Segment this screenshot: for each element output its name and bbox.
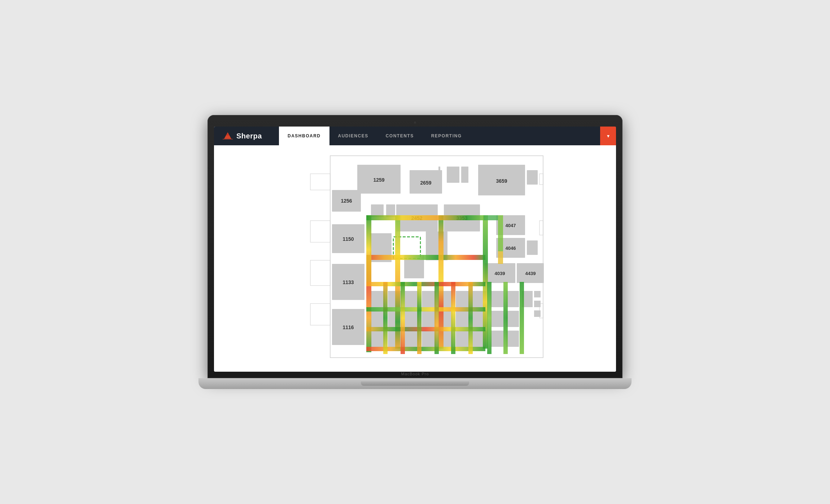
laptop-body: [198, 378, 632, 389]
svg-marker-1: [226, 133, 230, 136]
svg-rect-61: [456, 311, 469, 327]
svg-rect-63: [371, 331, 385, 347]
svg-rect-94: [468, 282, 473, 354]
svg-rect-99: [366, 255, 371, 282]
svg-rect-6: [310, 260, 330, 286]
svg-rect-4: [310, 174, 330, 190]
laptop-screen-frame: Sherpa DASHBOARD AUDIENCES CONTENTS REPO…: [208, 115, 622, 378]
svg-rect-7: [310, 304, 330, 325]
nav-tabs: DASHBOARD AUDIENCES CONTENTS REPORTING: [279, 127, 471, 145]
svg-rect-100: [484, 215, 498, 220]
svg-text:1256: 1256: [341, 198, 352, 204]
svg-rect-34: [371, 204, 384, 217]
svg-text:4039: 4039: [495, 271, 505, 276]
svg-rect-56: [371, 311, 385, 327]
svg-rect-80: [366, 255, 485, 260]
svg-text:4047: 4047: [506, 223, 516, 228]
svg-rect-93: [451, 282, 455, 354]
chevron-down-icon: ▾: [607, 133, 610, 139]
svg-rect-71: [506, 291, 519, 307]
tab-reporting[interactable]: REPORTING: [423, 127, 471, 145]
camera-dot: [414, 121, 416, 124]
svg-text:1133: 1133: [342, 279, 354, 285]
svg-rect-18: [461, 167, 468, 183]
svg-rect-58: [405, 311, 419, 327]
svg-text:1150: 1150: [342, 236, 354, 242]
nav-dropdown-button[interactable]: ▾: [600, 127, 616, 145]
svg-rect-17: [447, 167, 459, 183]
svg-rect-65: [405, 331, 419, 347]
svg-rect-89: [383, 282, 388, 354]
svg-rect-91: [417, 282, 421, 354]
svg-text:2659: 2659: [420, 180, 431, 186]
svg-rect-70: [491, 291, 503, 307]
floor-plan: 1259 2659 3659 12: [274, 149, 556, 368]
svg-rect-96: [503, 282, 508, 354]
svg-text:4046: 4046: [506, 246, 516, 251]
svg-rect-5: [310, 221, 330, 242]
svg-rect-74: [506, 311, 519, 327]
laptop-wrapper: Sherpa DASHBOARD AUDIENCES CONTENTS REPO…: [198, 115, 632, 389]
svg-rect-2: [223, 139, 233, 140]
nav-right: ▾: [600, 127, 616, 145]
svg-text:1259: 1259: [373, 177, 384, 183]
svg-rect-8: [540, 174, 543, 185]
tab-dashboard[interactable]: DASHBOARD: [279, 127, 329, 145]
map-container: 1259 2659 3659 12: [214, 145, 616, 372]
app-name: Sherpa: [236, 132, 262, 140]
svg-rect-78: [534, 301, 541, 307]
svg-rect-79: [534, 310, 541, 317]
svg-rect-49: [371, 291, 385, 307]
svg-rect-98: [366, 215, 485, 220]
floorplan-svg: 1259 2659 3659 12: [274, 149, 556, 368]
svg-rect-90: [401, 282, 405, 354]
svg-rect-95: [487, 282, 492, 354]
svg-rect-73: [491, 311, 503, 327]
tab-contents[interactable]: CONTENTS: [377, 127, 423, 145]
screen: Sherpa DASHBOARD AUDIENCES CONTENTS REPO…: [214, 127, 616, 372]
macbook-label: MacBook Pro: [401, 372, 429, 376]
svg-text:4439: 4439: [525, 271, 536, 276]
svg-rect-97: [520, 282, 524, 354]
svg-rect-75: [491, 331, 503, 347]
svg-rect-35: [386, 204, 395, 217]
svg-rect-54: [456, 291, 469, 307]
svg-rect-51: [405, 291, 419, 307]
svg-rect-40: [527, 240, 538, 255]
svg-rect-52: [422, 291, 436, 307]
svg-rect-76: [506, 331, 519, 347]
logo-area: Sherpa: [214, 127, 279, 145]
svg-rect-68: [456, 331, 469, 347]
tab-audiences[interactable]: AUDIENCES: [329, 127, 377, 145]
svg-rect-9: [540, 221, 543, 235]
svg-text:1116: 1116: [342, 324, 354, 330]
svg-rect-77: [534, 291, 541, 297]
svg-rect-101: [498, 215, 503, 251]
laptop-hinge: [361, 381, 469, 386]
svg-rect-92: [434, 282, 439, 354]
sherpa-logo-icon: [223, 131, 233, 141]
svg-text:3659: 3659: [496, 178, 507, 184]
navbar: Sherpa DASHBOARD AUDIENCES CONTENTS REPO…: [214, 127, 616, 145]
svg-rect-21: [527, 170, 538, 185]
svg-rect-59: [422, 311, 436, 327]
svg-rect-66: [422, 331, 436, 347]
svg-rect-102: [498, 251, 503, 264]
